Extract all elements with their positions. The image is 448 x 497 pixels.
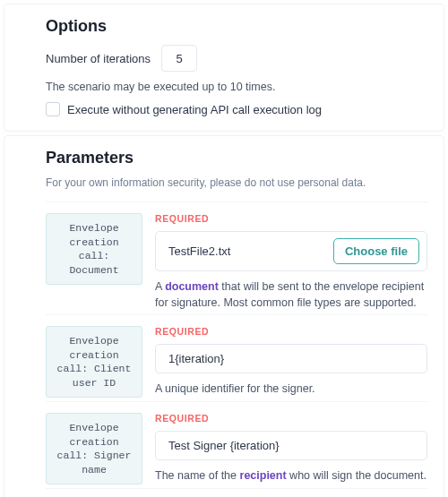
param-description: A document that will be sent to the enve…	[155, 278, 427, 311]
param-row-signer-email: Envelope creation call: Signer email REQ…	[46, 488, 427, 497]
execute-without-log-label: Execute without generating API call exec…	[67, 103, 322, 116]
required-badge: REQUIRED	[155, 213, 427, 224]
parameters-heading: Parameters	[46, 149, 427, 167]
security-note: For your own information security, pleas…	[46, 176, 427, 189]
choose-file-button[interactable]: Choose file	[333, 238, 419, 264]
options-heading: Options	[46, 17, 427, 36]
param-row-client-user-id: Envelope creation call: Client user ID R…	[46, 314, 427, 401]
options-section: Options Number of iterations The scenari…	[4, 4, 444, 132]
execute-without-log-checkbox[interactable]	[46, 102, 60, 116]
iterations-hint: The scenario may be executed up to 10 ti…	[46, 81, 427, 93]
required-badge: REQUIRED	[155, 413, 427, 424]
param-label: Envelope creation call: Signer name	[46, 413, 142, 484]
param-label: Envelope creation call: Document	[46, 213, 142, 285]
parameters-section: Parameters For your own information secu…	[4, 135, 444, 497]
param-description: The name of the recipient who will sign …	[155, 467, 427, 484]
param-label: Envelope creation call: Client user ID	[46, 326, 142, 398]
signer-name-input[interactable]	[167, 438, 419, 453]
required-badge: REQUIRED	[155, 326, 427, 337]
iterations-input[interactable]	[161, 45, 197, 72]
param-row-signer-name: Envelope creation call: Signer name REQU…	[46, 401, 427, 488]
param-row-document: Envelope creation call: Document REQUIRE…	[46, 201, 427, 314]
param-description: A unique identifier for the signer.	[155, 381, 427, 397]
iterations-label: Number of iterations	[46, 52, 151, 65]
document-input[interactable]	[167, 244, 333, 259]
client-user-id-input[interactable]	[167, 351, 419, 366]
